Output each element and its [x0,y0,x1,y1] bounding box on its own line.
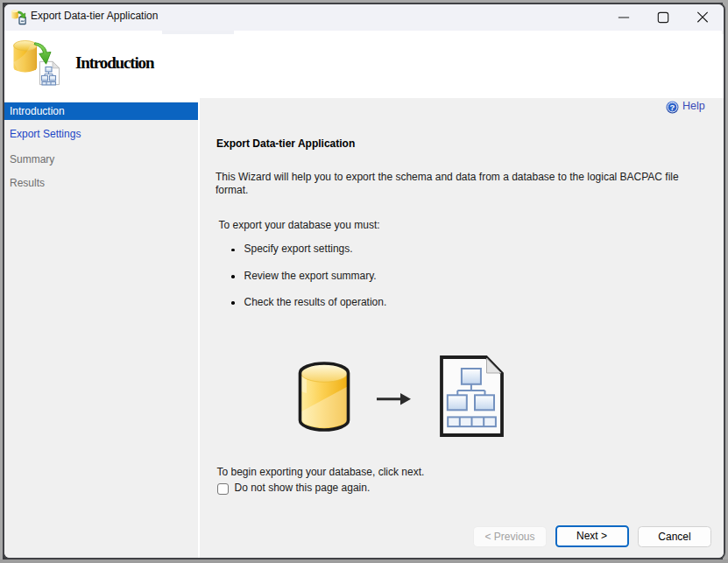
svg-text:?: ? [670,102,675,112]
